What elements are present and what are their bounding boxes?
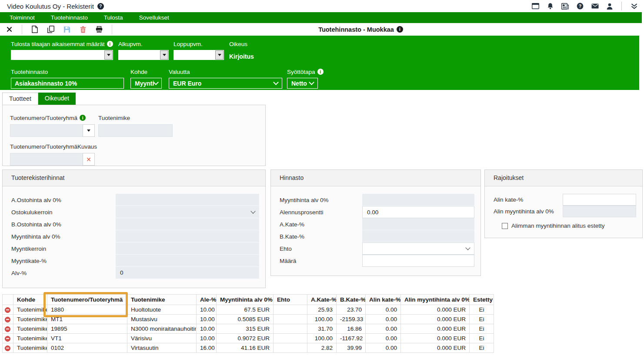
table-cell: 39.99	[337, 343, 366, 353]
field-input: 0	[116, 267, 259, 279]
table-cell: 10.00	[197, 315, 217, 324]
column-header[interactable]: Myyntihinta alv 0%	[217, 295, 274, 305]
field-tulosta-maarat: Tulosta tilaajan aikaisemmat määräti	[11, 40, 113, 60]
table-cell: 0.000 EUR	[401, 305, 470, 315]
menubar: Toiminnot Tuotehinnasto Tulosta Sovelluk…	[0, 12, 642, 23]
column-header[interactable]: Kohde	[13, 295, 47, 305]
column-header[interactable]: Tuotenimike	[127, 295, 197, 305]
remove-row-icon[interactable]	[5, 336, 10, 342]
column-header[interactable]: Tuotenumero/Tuoteryhmä	[47, 295, 127, 305]
field-input	[116, 230, 259, 242]
table-cell: Tuotenimike	[13, 315, 47, 324]
bell-icon[interactable]	[547, 3, 554, 10]
combo-dropdown-button[interactable]	[104, 50, 113, 60]
table-cell: 67.5 EUR	[217, 305, 274, 315]
field-select[interactable]	[362, 242, 474, 255]
field-label: A.Ostohinta alv 0%	[11, 197, 116, 203]
field-input[interactable]	[362, 255, 474, 267]
field-select[interactable]	[116, 206, 259, 218]
form-field-row: Määrä	[280, 255, 474, 267]
menu-sovellukset[interactable]: Sovellukset	[139, 14, 169, 21]
remove-column-header	[3, 295, 13, 305]
table-cell: 0.00	[366, 315, 401, 324]
titlebar-actions: ?	[532, 2, 638, 10]
table-cell: Mustasivu	[127, 315, 197, 324]
tab-tuotteet[interactable]: Tuotteet	[2, 93, 38, 105]
user-icon[interactable]	[607, 3, 613, 10]
field-tuoteryhma-kuvaus: Tuotenumero/TuoteryhmäKuvaus ✕	[10, 143, 265, 166]
menu-tuotehinnasto[interactable]: Tuotehinnasto	[51, 14, 88, 21]
table-cell: VT1	[47, 334, 127, 343]
table-cell: 315 EUR	[217, 324, 274, 334]
column-header[interactable]: Alin kate-%	[366, 295, 401, 305]
field-input[interactable]: 0.00	[362, 206, 474, 218]
double-chevron-down-icon[interactable]	[631, 3, 638, 10]
table-cell: 25.93	[307, 305, 337, 315]
form-field-row: A.Ostohinta alv 0%	[11, 194, 259, 206]
combo-dropdown-button[interactable]	[83, 124, 95, 137]
remove-row-icon[interactable]	[5, 317, 10, 322]
column-header[interactable]: B.Kate-%	[337, 295, 366, 305]
form-field-row: Alennusprosentti0.00	[280, 206, 474, 218]
new-document-icon[interactable]	[30, 25, 40, 34]
field-label: Alv-%	[11, 270, 116, 276]
page-title-info-icon[interactable]: i	[397, 26, 403, 33]
tab-oikeudet[interactable]: Oikeudet	[38, 93, 76, 105]
column-header[interactable]: Alin myyntihinta alv 0%	[401, 295, 470, 305]
window-icon[interactable]	[532, 3, 539, 9]
valuutta-select[interactable]: EUR Euro	[169, 78, 282, 89]
alin-kate-input[interactable]	[563, 194, 636, 206]
combo-dropdown-button[interactable]	[160, 50, 168, 60]
news-icon[interactable]	[561, 3, 569, 10]
field-input	[362, 230, 474, 242]
field-kohde: Kohde Myynti	[130, 68, 162, 89]
table-cell: 10.00	[197, 324, 217, 334]
register-prices-fields: A.Ostohinta alv 0%OstokulukerroinB.Ostoh…	[3, 186, 265, 288]
save-icon[interactable]	[62, 25, 72, 34]
table-cell: Tuotenimike	[13, 343, 47, 353]
chevron-down-icon	[153, 80, 159, 85]
remove-row-icon[interactable]	[5, 326, 10, 332]
help-ring-icon[interactable]: ?	[97, 3, 104, 10]
kohde-select[interactable]: Myynti	[130, 78, 162, 89]
syottotapa-select[interactable]: Netto	[287, 78, 318, 89]
tuotenumero-combobox[interactable]	[10, 124, 95, 137]
help-circle-icon[interactable]: ?	[577, 3, 584, 10]
table-cell	[274, 315, 307, 324]
column-header[interactable]: A.Kate-%	[307, 295, 337, 305]
detail-panels: Tuoterekisterihinnat A.Ostohinta alv 0%O…	[2, 169, 644, 288]
alitus-estetty-checkbox[interactable]	[502, 223, 508, 229]
menu-tulosta[interactable]: Tulosta	[104, 14, 123, 21]
oikeus-label: Oikeus	[229, 40, 254, 47]
field-label: Ehto	[280, 246, 362, 252]
tuotehinnasto-input[interactable]: Asiakashinnasto 10%	[11, 78, 124, 89]
field-label: A.Kate-%	[280, 221, 362, 228]
tuotenumero-info-icon[interactable]: i	[80, 115, 86, 121]
loppupvm-combobox[interactable]	[174, 50, 224, 60]
column-header[interactable]: Ale-%	[197, 295, 217, 305]
tulosta-maarat-info-icon[interactable]: i	[107, 41, 113, 47]
remove-row-icon[interactable]	[5, 307, 10, 313]
column-header[interactable]: Estetty	[470, 295, 494, 305]
remove-row-icon[interactable]	[5, 345, 10, 351]
mail-icon[interactable]	[591, 3, 599, 9]
table-cell: 23.70	[337, 305, 366, 315]
field-label: Alennusprosentti	[280, 209, 362, 216]
table-cell: 0.00	[366, 334, 401, 343]
copy-icon[interactable]	[46, 25, 56, 34]
kuvaus-value[interactable]	[10, 153, 83, 166]
clear-button[interactable]: ✕	[83, 153, 95, 166]
close-icon[interactable]	[4, 25, 14, 34]
table-header-row: KohdeTuotenumero/TuoteryhmäTuotenimikeAl…	[3, 295, 494, 305]
alkupvm-combobox[interactable]	[118, 50, 169, 60]
field-input	[362, 194, 474, 206]
column-header[interactable]: Ehto	[274, 295, 307, 305]
combo-dropdown-button[interactable]	[215, 50, 224, 60]
tulosta-maarat-combobox[interactable]	[11, 50, 113, 60]
menu-toiminnot[interactable]: Toiminnot	[10, 14, 35, 21]
form-field-row: Myyntikate-%	[11, 255, 259, 267]
table-cell: Tuotenimike	[13, 334, 47, 343]
syottotapa-info-icon[interactable]: i	[317, 69, 324, 75]
field-label: Myyntikerroin	[11, 246, 116, 252]
tuotenumero-value[interactable]	[10, 124, 83, 137]
